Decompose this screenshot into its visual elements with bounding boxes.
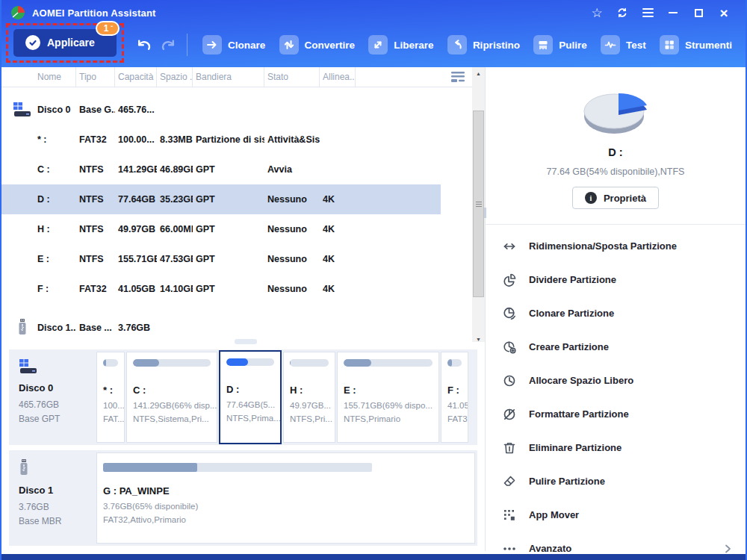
action-app-mover[interactable]: App Mover	[502, 498, 735, 532]
create-pie-plus-icon	[502, 340, 517, 355]
toolbar-item-convert[interactable]: Convertire	[279, 35, 356, 55]
app-grid-dots-icon	[502, 508, 517, 523]
usb-drive-icon	[19, 459, 29, 477]
toolbar-item-tools[interactable]: Strumenti	[660, 35, 732, 55]
action-format-partition[interactable]: Formattare Partizione	[502, 397, 735, 431]
scroll-down-icon[interactable]: ▼	[472, 333, 485, 342]
eraser-icon	[502, 474, 517, 489]
action-allocate-free-space[interactable]: Allocare Spazio Libero	[502, 364, 735, 397]
scroll-up-icon[interactable]: ▲	[472, 67, 485, 79]
close-icon[interactable]: ×	[711, 3, 737, 22]
table-row-e[interactable]: E :NTFS155.71GB47.53GBGPTNessuno4K	[1, 244, 441, 274]
restore-arrow-icon	[447, 35, 467, 55]
disk0-type: Base GPT	[19, 412, 87, 426]
disk1-size: 3.76GB	[19, 500, 87, 514]
disk0-size: 465.76GB	[19, 398, 87, 412]
app-logo-icon	[10, 5, 25, 20]
disk1-info[interactable]: Disco 1 3.76GB Base MBR	[11, 452, 95, 544]
toolbar-item-wipe[interactable]: Pulire	[533, 35, 587, 55]
table-row-h[interactable]: H :NTFS49.97GB66.00MBGPTNessuno4K	[1, 214, 441, 244]
check-icon	[25, 35, 40, 50]
disk0-card: Disco 0 465.76GB Base GPT * : 100.... FA…	[9, 349, 477, 445]
partition-block-h[interactable]: H : 49.97GB... NTFS,Pri...	[283, 352, 335, 443]
col-header-nome[interactable]: Nome	[34, 67, 76, 87]
clone-pie-icon	[502, 306, 517, 321]
disk1-card: Disco 1 3.76GB Base MBR G : PA_WINPE 3.7…	[9, 450, 477, 546]
col-header-stato[interactable]: Stato	[264, 67, 320, 87]
disk-icon	[7, 102, 34, 118]
convert-arrows-icon	[279, 35, 299, 55]
menu-icon[interactable]	[635, 3, 660, 22]
app-title: AOMEI Partition Assistant	[32, 7, 156, 19]
disk0-info[interactable]: Disco 0 465.76GB Base GPT	[11, 352, 95, 443]
resize-arrows-icon	[502, 239, 517, 254]
table-row-f[interactable]: F :FAT3241.05GB14.10GBGPTNessuno4K	[1, 274, 441, 304]
app-header: AOMEI Partition Assistant ☆ ×	[1, 0, 746, 67]
format-pie-slash-icon	[502, 407, 517, 422]
apply-label: Applicare	[47, 37, 95, 49]
disk-map: Disco 0 465.76GB Base GPT * : 100.... FA…	[1, 342, 485, 551]
window-bottom-edge	[1, 554, 746, 560]
selected-partition-label: D :	[486, 146, 746, 158]
table-row-disk0[interactable]: Disco 0Base G...465.76...	[1, 95, 441, 125]
col-header-bandiera[interactable]: Bandiera	[193, 67, 264, 87]
toolbar-item-free-up[interactable]: Liberare	[368, 35, 433, 55]
selected-partition-summary: 77.64 GB(54% disponibile),NTFS	[486, 167, 746, 177]
disk-icon	[19, 358, 38, 375]
col-header-tipo[interactable]: Tipo	[76, 67, 115, 87]
action-delete-partition[interactable]: Eliminare Partizione	[502, 431, 735, 464]
panel-splitter-grip[interactable]	[484, 208, 486, 218]
toolbar-item-clone[interactable]: Clonare	[202, 35, 265, 55]
partition-block-e[interactable]: E : 155.71GB(69% dispo... NTFS,Primario	[337, 352, 439, 443]
waveform-icon	[601, 35, 620, 55]
col-header-spazio[interactable]: Spazio ...	[157, 67, 193, 87]
clock-icon	[502, 373, 517, 388]
minimize-icon[interactable]	[660, 3, 686, 22]
table-row-system[interactable]: * :FAT32100.00...8.33MBPartizione di sis…	[1, 125, 441, 155]
scrollbar-thumb[interactable]	[473, 111, 484, 297]
pending-operations-badge[interactable]: 1ˇ	[96, 21, 120, 36]
apply-button[interactable]: Applicare 1ˇ	[13, 29, 117, 57]
detail-panel: D : 77.64 GB(54% disponibile),NTFS i Pro…	[486, 67, 746, 551]
toolbar-separator	[187, 34, 187, 56]
disk0-name: Disco 0	[19, 382, 87, 393]
column-chooser-icon[interactable]	[450, 71, 465, 83]
action-clone-partition[interactable]: Clonare Partizione	[502, 296, 735, 330]
toolbar-item-test[interactable]: Test	[601, 35, 646, 55]
trash-icon	[502, 441, 517, 455]
action-create-partition[interactable]: Creare Partizione	[502, 330, 735, 364]
favorite-star-icon[interactable]: ☆	[584, 3, 610, 22]
col-header-allinea[interactable]: Allinea...	[320, 67, 356, 87]
table-scrollbar[interactable]: ▲ ▼	[472, 67, 485, 342]
splitter-handle[interactable]	[235, 339, 257, 344]
partition-block-system[interactable]: * : 100.... FAT...	[96, 352, 125, 443]
app-window: AOMEI Partition Assistant ☆ ×	[0, 0, 747, 560]
toolbar: Applicare 1ˇ	[1, 25, 746, 67]
action-split-partition[interactable]: Dividere Partizione	[502, 263, 735, 296]
partition-table: Nome Tipo Capacità Spazio ... Bandiera S…	[1, 67, 485, 342]
table-row-disk1[interactable]: Disco 1...Base ...3.76GB	[1, 313, 441, 342]
redo-icon[interactable]	[160, 37, 176, 52]
split-pie-icon	[502, 273, 517, 287]
partition-block-c[interactable]: C : 141.29GB(66% disp... NTFS,Sistema,Pr…	[126, 352, 217, 443]
table-row-d-selected[interactable]: D :NTFS77.64GB35.23GBGPTNessuno4K	[1, 184, 441, 214]
disk1-type: Base MBR	[19, 514, 87, 529]
action-resize-move[interactable]: Ridimensiona/Sposta Partizione	[502, 229, 735, 263]
partition-block-d-selected[interactable]: D : 77.64GB(5... NTFS,Prima...	[219, 350, 282, 444]
maximize-icon[interactable]	[686, 3, 711, 22]
undo-icon[interactable]	[136, 37, 152, 52]
refresh-icon[interactable]	[610, 3, 635, 22]
col-header-capacita[interactable]: Capacità	[115, 67, 157, 87]
expand-diagonal-icon	[368, 35, 388, 55]
toolbar-item-restore[interactable]: Ripristino	[447, 35, 520, 55]
action-wipe-partition[interactable]: Pulire Partizione	[502, 464, 735, 498]
usb-drive-icon	[7, 319, 34, 337]
actions-list: Ridimensiona/Sposta Partizione Dividere …	[486, 224, 746, 560]
disk1-name: Disco 1	[19, 485, 87, 496]
table-row-c[interactable]: C :NTFS141.29GB46.89GBGPTAvvia	[1, 155, 441, 184]
properties-button[interactable]: i Proprietà	[572, 187, 659, 209]
usage-pie-chart	[486, 84, 746, 140]
partition-block-f[interactable]: F : 41.05... FAT3...	[441, 352, 468, 443]
left-pane: Nome Tipo Capacità Spazio ... Bandiera S…	[1, 67, 486, 551]
partition-block-g[interactable]: G : PA_WINPE 3.76GB(65% disponibile) FAT…	[96, 452, 475, 544]
